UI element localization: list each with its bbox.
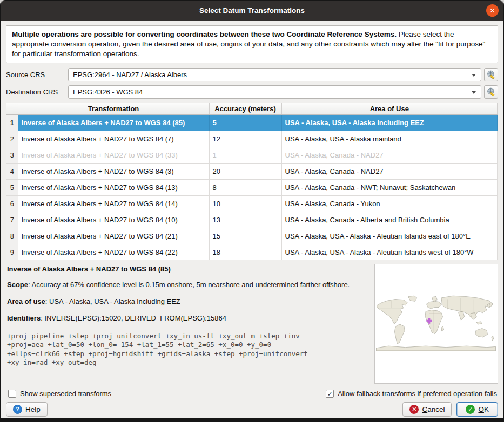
transformation-cell[interactable]: Inverse of Alaska Albers + NAD27 to WGS … <box>18 212 209 228</box>
options-row: Show superseded transforms ✓ Allow fallb… <box>6 390 498 398</box>
area-of-use-cell[interactable]: USA - Alaska, USA - Alaska - Aleutian Is… <box>281 228 498 244</box>
table-row[interactable]: 5 Inverse of Alaska Albers + NAD27 to WG… <box>6 179 498 195</box>
details-text: Inverse of Alaska Albers + NAD27 to WGS … <box>6 264 369 385</box>
cancel-button-label: Cancel <box>422 405 445 413</box>
ok-button-label: OK <box>478 405 489 413</box>
dialog-title: Select Datum Transformations <box>199 6 305 15</box>
intro-text: Multiple operations are possible for con… <box>6 25 498 63</box>
ok-button[interactable]: ✓ OK <box>456 402 498 417</box>
checkbox-checked-icon[interactable]: ✓ <box>326 390 334 398</box>
destination-crs-combobox[interactable]: EPSG:4326 - WGS 84 <box>68 85 481 99</box>
table-header-row: Transformation Accuracy (meters) Area of… <box>6 103 498 114</box>
transformation-cell[interactable]: Inverse of Alaska Albers + NAD27 to WGS … <box>18 114 209 131</box>
select-datum-transformations-dialog: Select Datum Transformations ✕ Multiple … <box>0 0 504 422</box>
check-icon: ✓ <box>327 390 333 398</box>
area-of-use-cell[interactable]: USA - Alaska, USA - Alaska including EEZ <box>281 114 498 131</box>
transformation-cell[interactable]: Inverse of Alaska Albers + NAD27 to WGS … <box>18 228 209 244</box>
close-icon[interactable]: ✕ <box>486 4 499 17</box>
area-of-use-cell[interactable]: USA - Alaska, USA - Alaska - Aleutian Is… <box>281 244 498 260</box>
accuracy-cell[interactable]: 20 <box>209 163 281 179</box>
accuracy-cell[interactable]: 15 <box>209 228 281 244</box>
table-row[interactable]: 8 Inverse of Alaska Albers + NAD27 to WG… <box>6 228 498 244</box>
row-number: 8 <box>6 228 18 244</box>
show-superseded-label[interactable]: Show superseded transforms <box>20 390 111 398</box>
checkbox-unchecked-icon[interactable] <box>8 390 16 398</box>
row-number: 3 <box>6 147 18 163</box>
details-scope: Scope: Accuracy at 67% confidence level … <box>7 281 364 290</box>
globe-pencil-icon <box>487 70 496 79</box>
dialog-content: Multiple operations are possible for con… <box>1 21 503 417</box>
table-row[interactable]: 2 Inverse of Alaska Albers + NAD27 to WG… <box>6 131 498 147</box>
help-icon: ? <box>13 405 22 414</box>
accuracy-cell[interactable]: 12 <box>209 131 281 147</box>
column-header-accuracy[interactable]: Accuracy (meters) <box>209 103 281 114</box>
column-header-transformation[interactable]: Transformation <box>18 103 209 114</box>
row-number: 1 <box>6 114 18 131</box>
accuracy-cell[interactable]: 1 <box>209 147 281 163</box>
table-row[interactable]: 7 Inverse of Alaska Albers + NAD27 to WG… <box>6 212 498 228</box>
ok-icon: ✓ <box>466 405 475 414</box>
source-crs-row: Source CRS EPSG:2964 - NAD27 / Alaska Al… <box>6 67 498 81</box>
accuracy-cell[interactable]: 10 <box>209 195 281 212</box>
row-number: 4 <box>6 163 18 179</box>
show-superseded-checkbox[interactable]: Show superseded transforms <box>8 390 111 398</box>
area-of-use-cell[interactable]: USA - Alaska, Canada - NAD27 <box>281 147 498 163</box>
area-of-use-label: Area of use <box>7 297 45 305</box>
help-button-label: Help <box>25 405 41 413</box>
accuracy-cell[interactable]: 18 <box>209 244 281 260</box>
dialog-buttons: ? Help ✕ Cancel ✓ OK <box>6 402 498 417</box>
globe-pencil-icon <box>487 87 496 97</box>
intro-bold: Multiple operations are possible for con… <box>12 30 397 38</box>
table-row[interactable]: 9 Inverse of Alaska Albers + NAD27 to WG… <box>6 244 498 260</box>
row-number: 5 <box>6 179 18 195</box>
details-identifiers: Identifiers: INVERSE(EPSG):15020, DERIVE… <box>7 314 364 323</box>
area-of-use-cell[interactable]: USA - Alaska, Canada - Alberta and Briti… <box>281 212 498 228</box>
help-button[interactable]: ? Help <box>6 402 48 417</box>
proj-pipeline-string: +proj=pipeline +step +proj=unitconvert +… <box>7 332 369 367</box>
accuracy-cell[interactable]: 13 <box>209 212 281 228</box>
table-row[interactable]: 6 Inverse of Alaska Albers + NAD27 to WG… <box>6 195 498 212</box>
destination-crs-value: EPSG:4326 - WGS 84 <box>73 88 143 96</box>
area-of-use-cell[interactable]: USA - Alaska, Canada - NAD27 <box>281 163 498 179</box>
world-map <box>375 292 497 356</box>
identifiers-label: Identifiers <box>7 314 41 322</box>
area-of-use-cell[interactable]: USA - Alaska, Canada - Yukon <box>281 195 498 212</box>
area-of-use-text: : USA - Alaska, USA - Alaska including E… <box>45 297 180 305</box>
identifiers-text: : INVERSE(EPSG):15020, DERIVED_FROM(EPSG… <box>41 314 226 322</box>
select-destination-crs-button[interactable] <box>484 85 498 99</box>
details-title: Inverse of Alaska Albers + NAD27 to WGS … <box>7 265 369 273</box>
area-of-use-cell[interactable]: USA - Alaska, Canada - NWT; Nunavut; Sas… <box>281 179 498 195</box>
row-number: 7 <box>6 212 18 228</box>
transformation-cell[interactable]: Inverse of Alaska Albers + NAD27 to WGS … <box>18 244 209 260</box>
row-number: 9 <box>6 244 18 260</box>
accuracy-cell[interactable]: 5 <box>209 114 281 131</box>
titlebar[interactable]: Select Datum Transformations ✕ <box>1 1 503 21</box>
destination-crs-row: Destination CRS EPSG:4326 - WGS 84 <box>6 85 498 99</box>
table-row[interactable]: 1 Inverse of Alaska Albers + NAD27 to WG… <box>6 114 498 131</box>
action-buttons: ✕ Cancel ✓ OK <box>402 402 498 417</box>
details-area-of-use: Area of use: USA - Alaska, USA - Alaska … <box>7 297 364 307</box>
area-of-use-cell[interactable]: USA - Alaska, USA - Alaska mainland <box>281 131 498 147</box>
table-row[interactable]: 4 Inverse of Alaska Albers + NAD27 to WG… <box>6 163 498 179</box>
scope-label: Scope <box>7 281 28 289</box>
area-of-use-map-panel <box>374 264 499 384</box>
transformation-cell[interactable]: Inverse of Alaska Albers + NAD27 to WGS … <box>18 195 209 212</box>
cancel-button[interactable]: ✕ Cancel <box>402 402 452 417</box>
scope-text: : Accuracy at 67% confidence level is 0.… <box>28 281 350 289</box>
transformation-cell[interactable]: Inverse of Alaska Albers + NAD27 to WGS … <box>18 147 209 163</box>
column-header-area-of-use[interactable]: Area of Use <box>281 103 498 114</box>
source-crs-value: EPSG:2964 - NAD27 / Alaska Albers <box>73 71 187 79</box>
chevron-down-icon <box>472 91 476 94</box>
allow-fallback-checkbox[interactable]: ✓ Allow fallback transforms if preferred… <box>326 390 497 398</box>
transformation-cell[interactable]: Inverse of Alaska Albers + NAD27 to WGS … <box>18 163 209 179</box>
source-crs-label: Source CRS <box>6 71 68 79</box>
table-row[interactable]: 3 Inverse of Alaska Albers + NAD27 to WG… <box>6 147 498 163</box>
source-crs-combobox[interactable]: EPSG:2964 - NAD27 / Alaska Albers <box>68 68 481 81</box>
select-source-crs-button[interactable] <box>484 68 498 81</box>
allow-fallback-label[interactable]: Allow fallback transforms if preferred o… <box>338 390 497 398</box>
cancel-icon: ✕ <box>409 405 419 414</box>
transformation-cell[interactable]: Inverse of Alaska Albers + NAD27 to WGS … <box>18 131 209 147</box>
accuracy-cell[interactable]: 8 <box>209 179 281 195</box>
transformation-cell[interactable]: Inverse of Alaska Albers + NAD27 to WGS … <box>18 179 209 195</box>
transformations-table: Transformation Accuracy (meters) Area of… <box>6 103 498 260</box>
